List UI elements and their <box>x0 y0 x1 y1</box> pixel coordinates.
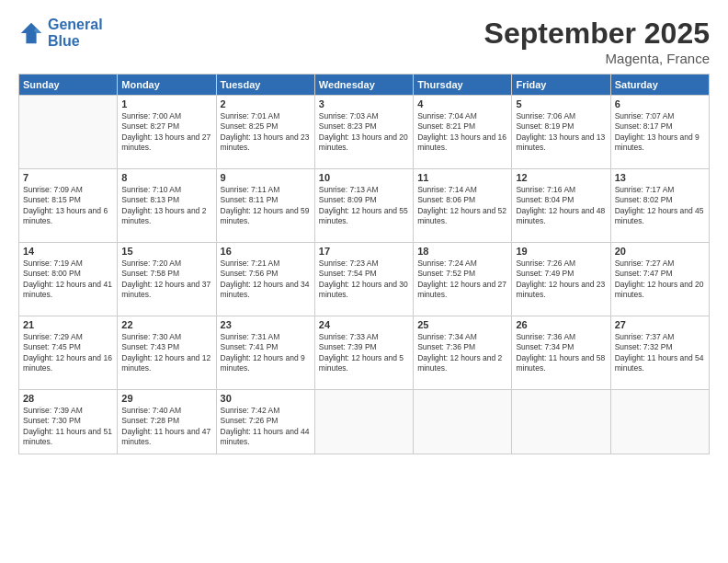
logo-text: General Blue <box>48 17 103 49</box>
header: General Blue September 2025 Magenta, Fra… <box>18 17 710 66</box>
title-block: September 2025 Magenta, France <box>484 17 710 66</box>
week-row-3: 14Sunrise: 7:19 AMSunset: 8:00 PMDayligh… <box>19 243 710 316</box>
week-row-4: 21Sunrise: 7:29 AMSunset: 7:45 PMDayligh… <box>19 316 710 390</box>
cell-info: Sunrise: 7:13 AMSunset: 8:09 PMDaylight:… <box>319 185 409 227</box>
weekday-header-friday: Friday <box>512 75 610 96</box>
cell-info: Sunrise: 7:29 AMSunset: 7:45 PMDaylight:… <box>23 332 113 374</box>
day-number: 8 <box>121 172 211 183</box>
day-number: 11 <box>417 172 507 183</box>
cell-info: Sunrise: 7:23 AMSunset: 7:54 PMDaylight:… <box>319 259 409 301</box>
day-number: 21 <box>23 319 113 330</box>
cell-info: Sunrise: 7:11 AMSunset: 8:11 PMDaylight:… <box>221 185 311 227</box>
day-number: 5 <box>516 98 606 109</box>
day-number: 4 <box>417 98 507 109</box>
calendar-cell: 26Sunrise: 7:36 AMSunset: 7:34 PMDayligh… <box>512 316 610 390</box>
day-number: 22 <box>121 319 211 330</box>
cell-info: Sunrise: 7:09 AMSunset: 8:15 PMDaylight:… <box>23 185 113 227</box>
cell-info: Sunrise: 7:00 AMSunset: 8:27 PMDaylight:… <box>121 111 211 154</box>
calendar-cell: 29Sunrise: 7:40 AMSunset: 7:28 PMDayligh… <box>118 390 216 454</box>
weekday-header-row: SundayMondayTuesdayWednesdayThursdayFrid… <box>19 75 710 96</box>
calendar-cell <box>314 390 413 454</box>
calendar-cell: 20Sunrise: 7:27 AMSunset: 7:47 PMDayligh… <box>610 243 709 316</box>
calendar-cell <box>610 390 709 454</box>
weekday-header-monday: Monday <box>118 75 216 96</box>
cell-info: Sunrise: 7:21 AMSunset: 7:56 PMDaylight:… <box>221 259 311 301</box>
calendar-table: SundayMondayTuesdayWednesdayThursdayFrid… <box>18 74 710 454</box>
day-number: 25 <box>417 319 507 330</box>
weekday-header-wednesday: Wednesday <box>314 75 413 96</box>
logo-icon <box>18 20 44 46</box>
day-number: 27 <box>615 319 705 330</box>
month-title: September 2025 <box>484 17 710 51</box>
day-number: 13 <box>615 172 705 183</box>
cell-info: Sunrise: 7:40 AMSunset: 7:28 PMDaylight:… <box>121 406 211 448</box>
calendar-cell: 12Sunrise: 7:16 AMSunset: 8:04 PMDayligh… <box>512 169 610 243</box>
cell-info: Sunrise: 7:10 AMSunset: 8:13 PMDaylight:… <box>121 185 211 227</box>
calendar-cell: 14Sunrise: 7:19 AMSunset: 8:00 PMDayligh… <box>19 243 118 316</box>
calendar-cell: 16Sunrise: 7:21 AMSunset: 7:56 PMDayligh… <box>216 243 314 316</box>
logo: General Blue <box>18 17 103 49</box>
day-number: 28 <box>23 393 113 404</box>
calendar-cell: 9Sunrise: 7:11 AMSunset: 8:11 PMDaylight… <box>216 169 314 243</box>
calendar-cell: 17Sunrise: 7:23 AMSunset: 7:54 PMDayligh… <box>314 243 413 316</box>
day-number: 29 <box>121 393 211 404</box>
cell-info: Sunrise: 7:42 AMSunset: 7:26 PMDaylight:… <box>221 406 311 448</box>
cell-info: Sunrise: 7:24 AMSunset: 7:52 PMDaylight:… <box>417 259 507 301</box>
week-row-2: 7Sunrise: 7:09 AMSunset: 8:15 PMDaylight… <box>19 169 710 243</box>
calendar-cell: 7Sunrise: 7:09 AMSunset: 8:15 PMDaylight… <box>19 169 118 243</box>
day-number: 26 <box>516 319 606 330</box>
cell-info: Sunrise: 7:20 AMSunset: 7:58 PMDaylight:… <box>121 259 211 301</box>
calendar-cell: 11Sunrise: 7:14 AMSunset: 8:06 PMDayligh… <box>414 169 512 243</box>
calendar-cell: 30Sunrise: 7:42 AMSunset: 7:26 PMDayligh… <box>216 390 314 454</box>
day-number: 1 <box>121 98 211 109</box>
cell-info: Sunrise: 7:07 AMSunset: 8:17 PMDaylight:… <box>615 111 705 154</box>
cell-info: Sunrise: 7:03 AMSunset: 8:23 PMDaylight:… <box>319 111 409 154</box>
cell-info: Sunrise: 7:37 AMSunset: 7:32 PMDaylight:… <box>615 332 705 374</box>
calendar-cell: 3Sunrise: 7:03 AMSunset: 8:23 PMDaylight… <box>314 96 413 169</box>
page: General Blue September 2025 Magenta, Fra… <box>0 0 728 563</box>
cell-info: Sunrise: 7:39 AMSunset: 7:30 PMDaylight:… <box>23 406 113 448</box>
calendar-cell: 4Sunrise: 7:04 AMSunset: 8:21 PMDaylight… <box>414 96 512 169</box>
weekday-header-thursday: Thursday <box>414 75 512 96</box>
day-number: 7 <box>23 172 113 183</box>
day-number: 30 <box>221 393 311 404</box>
cell-info: Sunrise: 7:19 AMSunset: 8:00 PMDaylight:… <box>23 259 113 301</box>
cell-info: Sunrise: 7:27 AMSunset: 7:47 PMDaylight:… <box>615 259 705 301</box>
calendar-cell: 8Sunrise: 7:10 AMSunset: 8:13 PMDaylight… <box>118 169 216 243</box>
calendar-cell: 15Sunrise: 7:20 AMSunset: 7:58 PMDayligh… <box>118 243 216 316</box>
weekday-header-tuesday: Tuesday <box>216 75 314 96</box>
calendar-cell: 27Sunrise: 7:37 AMSunset: 7:32 PMDayligh… <box>610 316 709 390</box>
weekday-header-saturday: Saturday <box>610 75 709 96</box>
cell-info: Sunrise: 7:31 AMSunset: 7:41 PMDaylight:… <box>221 332 311 374</box>
cell-info: Sunrise: 7:16 AMSunset: 8:04 PMDaylight:… <box>516 185 606 227</box>
calendar-cell: 13Sunrise: 7:17 AMSunset: 8:02 PMDayligh… <box>610 169 709 243</box>
day-number: 15 <box>121 246 211 257</box>
cell-info: Sunrise: 7:06 AMSunset: 8:19 PMDaylight:… <box>516 111 606 154</box>
day-number: 24 <box>319 319 409 330</box>
location: Magenta, France <box>484 51 710 66</box>
calendar-cell <box>414 390 512 454</box>
calendar-cell: 2Sunrise: 7:01 AMSunset: 8:25 PMDaylight… <box>216 96 314 169</box>
calendar-cell: 22Sunrise: 7:30 AMSunset: 7:43 PMDayligh… <box>118 316 216 390</box>
calendar-cell: 6Sunrise: 7:07 AMSunset: 8:17 PMDaylight… <box>610 96 709 169</box>
calendar-cell: 21Sunrise: 7:29 AMSunset: 7:45 PMDayligh… <box>19 316 118 390</box>
calendar-cell: 10Sunrise: 7:13 AMSunset: 8:09 PMDayligh… <box>314 169 413 243</box>
calendar-cell: 25Sunrise: 7:34 AMSunset: 7:36 PMDayligh… <box>414 316 512 390</box>
calendar-cell: 19Sunrise: 7:26 AMSunset: 7:49 PMDayligh… <box>512 243 610 316</box>
week-row-1: 1Sunrise: 7:00 AMSunset: 8:27 PMDaylight… <box>19 96 710 169</box>
cell-info: Sunrise: 7:17 AMSunset: 8:02 PMDaylight:… <box>615 185 705 227</box>
cell-info: Sunrise: 7:30 AMSunset: 7:43 PMDaylight:… <box>121 332 211 374</box>
day-number: 17 <box>319 246 409 257</box>
day-number: 12 <box>516 172 606 183</box>
day-number: 20 <box>615 246 705 257</box>
calendar-cell: 18Sunrise: 7:24 AMSunset: 7:52 PMDayligh… <box>414 243 512 316</box>
calendar-cell <box>19 96 118 169</box>
calendar-cell: 24Sunrise: 7:33 AMSunset: 7:39 PMDayligh… <box>314 316 413 390</box>
day-number: 3 <box>319 98 409 109</box>
day-number: 23 <box>221 319 311 330</box>
day-number: 18 <box>417 246 507 257</box>
day-number: 14 <box>23 246 113 257</box>
day-number: 16 <box>221 246 311 257</box>
weekday-header-sunday: Sunday <box>19 75 118 96</box>
day-number: 19 <box>516 246 606 257</box>
